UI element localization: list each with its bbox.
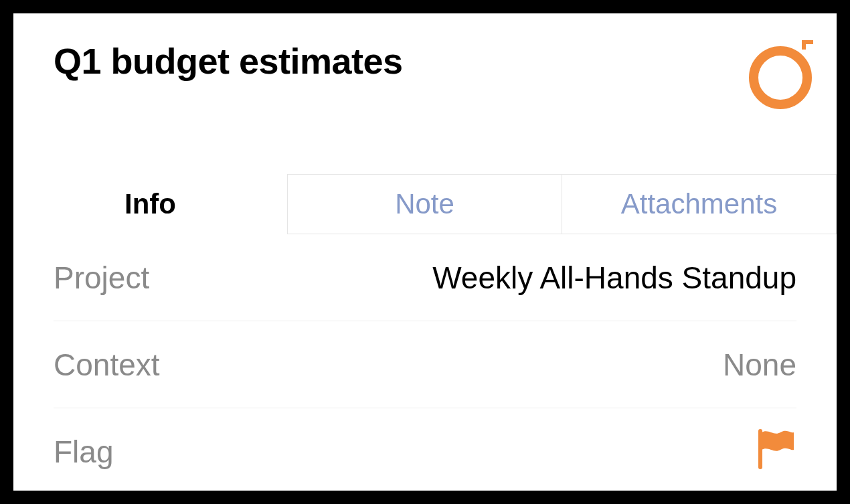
row-context[interactable]: Context None <box>54 321 796 408</box>
completion-ring-flagged-icon[interactable] <box>744 37 817 110</box>
row-project-label: Project <box>54 260 149 296</box>
flag-icon <box>754 427 796 470</box>
info-rows: Project Weekly All-Hands Standup Context… <box>13 234 837 491</box>
task-detail-panel: Q1 budget estimates Info Note Attachment… <box>13 13 837 491</box>
row-flag[interactable]: Flag <box>54 408 796 491</box>
task-header: Q1 budget estimates <box>13 13 837 174</box>
row-project[interactable]: Project Weekly All-Hands Standup <box>54 234 796 321</box>
tab-info[interactable]: Info <box>13 174 287 234</box>
task-title[interactable]: Q1 budget estimates <box>54 40 796 82</box>
detail-tabs: Info Note Attachments <box>13 174 837 234</box>
svg-point-0 <box>754 51 807 104</box>
row-flag-label: Flag <box>54 434 113 470</box>
tab-note[interactable]: Note <box>287 174 562 234</box>
row-project-value: Weekly All-Hands Standup <box>432 260 796 296</box>
row-context-label: Context <box>54 347 160 383</box>
tab-attachments[interactable]: Attachments <box>562 174 837 234</box>
row-context-value: None <box>723 347 796 383</box>
row-flag-value <box>754 427 796 477</box>
